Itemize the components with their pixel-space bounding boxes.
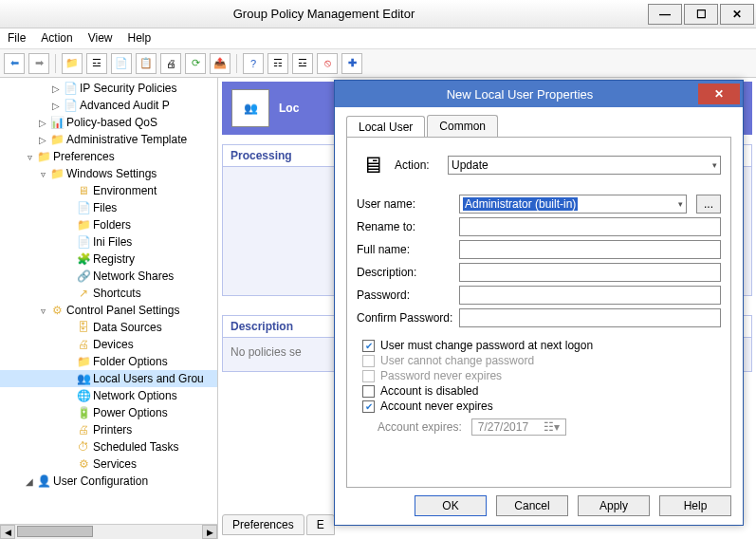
expand-icon[interactable]: ▿ [38,306,47,316]
stop-button[interactable]: ⦸ [317,53,338,74]
expand-icon[interactable]: ▷ [51,84,61,94]
window-maximize-button[interactable] [684,4,718,25]
tree-item-icon: 📄 [63,98,78,113]
tree-item[interactable]: 🧩Registry [0,251,217,268]
fullname-input[interactable] [459,240,721,259]
account-expires-row: Account expires: 7/27/2017 ☷▾ [378,418,721,436]
expand-icon[interactable]: ▷ [38,135,47,145]
add-button[interactable]: ✚ [341,53,362,74]
tree-item-label: Power Options [93,406,168,419]
rename-input[interactable] [459,217,721,236]
export-button[interactable]: 📤 [210,53,230,74]
account-expires-datepicker: 7/27/2017 ☷▾ [471,418,566,436]
tree-item-icon: 📁 [49,166,65,181]
expand-icon[interactable]: ▿ [25,152,34,162]
confirm-password-input[interactable] [459,308,721,327]
forward-button[interactable]: ➡ [28,53,49,74]
show-hide-tree-button[interactable]: ☲ [86,53,107,74]
tree-item[interactable]: 🔋Power Options [0,404,217,421]
tab-common[interactable]: Common [427,115,498,137]
tree-item-icon: ↗ [76,286,91,301]
tree-item[interactable]: 🌐Network Options [0,387,217,404]
tree-item-label: Shortcuts [93,287,141,300]
username-select[interactable]: Administrator (built-in) ▾ [459,195,687,214]
tree-pane[interactable]: ▷📄IP Security Policies▷📄Advanced Audit P… [0,78,218,539]
toolbar-separator [55,54,56,73]
tab-local-user[interactable]: Local User [346,116,425,138]
tree-item-icon: ⚙ [49,303,65,318]
tree-item[interactable]: ⚙Services [0,455,217,473]
tree-item[interactable]: ↗Shortcuts [0,285,217,302]
tab-extended[interactable]: E [306,514,335,535]
cancel-button[interactable]: Cancel [496,495,568,516]
options-button[interactable]: ☲ [292,53,313,74]
properties-button[interactable]: ☶ [267,53,288,74]
expand-icon[interactable]: ▷ [51,101,61,111]
tree-item[interactable]: ▿📁Windows Settings [0,165,217,182]
scroll-track[interactable] [15,525,202,539]
password-input[interactable] [459,286,721,305]
menu-action[interactable]: Action [41,31,72,46]
scroll-left-button[interactable]: ◀ [0,525,15,539]
tree-item-icon: 📊 [49,115,65,130]
tree-item-label: Files [93,201,117,214]
tree-item[interactable]: ▷📁Administrative Template [0,131,217,148]
copy-button[interactable]: 📄 [111,53,132,74]
tree-item-label: Windows Settings [66,167,157,180]
account-disabled-checkbox[interactable]: Account is disabled [362,384,721,398]
tree-item[interactable]: 🖨Printers [0,421,217,438]
content-bottom-tabs: Preferences E [222,514,335,535]
tree-item[interactable]: ▿⚙Control Panel Settings [0,302,217,319]
expand-icon[interactable]: ▷ [38,118,47,128]
help-button[interactable]: ? [243,53,264,74]
help-button[interactable]: Help [659,495,731,516]
refresh-button[interactable]: ⟳ [185,53,206,74]
browse-button[interactable]: ... [696,195,721,214]
tree-item[interactable]: 🔗Network Shares [0,268,217,285]
tree-item[interactable]: ⏱Scheduled Tasks [0,438,217,455]
action-select[interactable]: Update ▾ [448,156,721,175]
tree-item[interactable]: 🗄Data Sources [0,319,217,336]
window-close-button[interactable] [720,4,754,25]
tree-item[interactable]: 📁Folders [0,216,217,233]
expand-icon[interactable]: ▿ [38,169,47,179]
must-change-checkbox[interactable]: ✔User must change password at next logon [362,339,721,352]
tree-item-label: IP Security Policies [80,82,177,95]
menu-help[interactable]: Help [128,31,152,46]
apply-button[interactable]: Apply [578,495,650,516]
tree-item[interactable]: 🖥Environment [0,182,217,199]
tree-item-label: Devices [93,338,134,351]
tree-item[interactable]: 📄Ini Files [0,233,217,251]
dialog-titlebar[interactable]: New Local User Properties ✕ [335,81,743,107]
print-button[interactable]: 🖨 [160,53,181,74]
tree-item-icon: 🖨 [76,337,91,352]
description-label: Description: [357,266,453,279]
up-button[interactable]: 📁 [62,53,83,74]
tree-item[interactable]: ◢👤User Configuration [0,473,217,490]
ok-button[interactable]: OK [415,495,487,516]
tree-item[interactable]: 🖨Devices [0,336,217,353]
dialog-close-button[interactable]: ✕ [698,84,740,104]
account-never-expires-checkbox[interactable]: ✔Account never expires [362,400,721,413]
tree-item[interactable]: 📄Files [0,199,217,216]
tree-item-icon: ⚙ [76,456,91,472]
tab-preferences[interactable]: Preferences [222,514,304,535]
tree-item[interactable]: ▷📊Policy-based QoS [0,114,217,131]
tree-item[interactable]: 📁Folder Options [0,353,217,370]
tree-item[interactable]: 👥Local Users and Grou [0,370,217,387]
menu-file[interactable]: File [8,31,26,46]
tree-item[interactable]: ▿📁Preferences [0,148,217,165]
chevron-down-icon: ▾ [712,160,717,170]
tree-item[interactable]: ▷📄IP Security Policies [0,80,217,97]
scroll-thumb[interactable] [17,526,93,537]
description-input[interactable] [459,263,721,282]
tree-horizontal-scrollbar[interactable]: ◀ ▶ [0,524,217,539]
scroll-right-button[interactable]: ▶ [202,525,217,539]
expand-icon[interactable]: ◢ [25,476,34,487]
back-button[interactable]: ⬅ [4,53,25,74]
menu-view[interactable]: View [88,31,113,46]
paste-button[interactable]: 📋 [136,53,157,74]
tree-item[interactable]: ▷📄Advanced Audit P [0,97,217,114]
window-minimize-button[interactable] [648,4,682,25]
tree-item-icon: 🌐 [76,388,91,403]
